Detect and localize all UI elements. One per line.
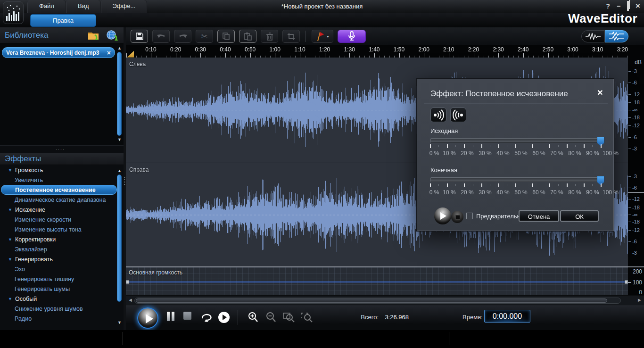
horizontal-scrollbar[interactable]: ◄ ► (126, 296, 644, 306)
zoom-in-button[interactable] (248, 312, 259, 325)
effects-item-entry[interactable]: Эквалайзер (0, 244, 124, 254)
library-file-item[interactable]: Vera Brezneva - Horoshij denj.mp3× (2, 47, 115, 58)
fade-end-slider[interactable] (430, 177, 601, 182)
effects-item-entry[interactable]: Снижение уровня шумов (0, 304, 124, 314)
chevron-down-icon[interactable]: ▼ (326, 35, 330, 38)
slider-tick (515, 144, 516, 148)
single-wave-view-button[interactable] (581, 30, 605, 42)
collapse-arrow-icon[interactable]: ▼ (8, 168, 12, 173)
collapse-arrow-icon[interactable]: ▼ (8, 207, 12, 212)
effects-item-entry[interactable]: Генерировать шумы (0, 284, 124, 294)
slider-tick (481, 183, 482, 187)
volume-envelope-line[interactable] (126, 282, 628, 282)
preview-stop-button[interactable] (451, 211, 463, 223)
scroll-up-icon[interactable]: ▲ (116, 45, 123, 51)
trim-button[interactable] (282, 30, 300, 43)
minimize-icon[interactable]: − (617, 2, 620, 10)
effects-item-entry[interactable]: Динамическое сжатие диапазона (0, 195, 124, 205)
stop-button[interactable] (183, 312, 191, 320)
zoom-project-button[interactable] (301, 312, 313, 325)
effects-item-entry[interactable]: Увеличить (0, 175, 124, 185)
effects-item-label: Особый (15, 296, 37, 302)
cut-button[interactable]: ✂ (196, 30, 213, 43)
restore-icon[interactable] (627, 2, 629, 10)
volume-handle-right[interactable] (625, 280, 628, 284)
db-scale-label: -18 (632, 219, 640, 224)
app-name-logo: WaveEditor (568, 11, 637, 26)
effects-item-category[interactable]: ▼Громкость (0, 165, 124, 175)
hscroll-thumb[interactable] (136, 298, 607, 303)
fade-in-icon-button[interactable] (430, 108, 446, 122)
effects-item-entry[interactable]: Изменение высоты тона (0, 224, 124, 234)
save-button[interactable] (131, 30, 148, 43)
master-volume-track[interactable]: Основная громкость (126, 266, 628, 295)
slider-tick (464, 144, 465, 148)
db-scale-label: -3 (632, 69, 637, 74)
library-scroll-thumb[interactable] (117, 52, 122, 136)
effects-item-category[interactable]: ▼Корректировки (0, 234, 124, 244)
paste-button[interactable] (239, 30, 256, 43)
preview-play-button[interactable] (434, 207, 451, 224)
collapse-arrow-icon[interactable]: ▼ (8, 257, 12, 262)
dialog-close-icon[interactable]: × (597, 88, 603, 97)
time-input[interactable] (484, 310, 530, 323)
status-divider (449, 332, 449, 345)
record-microphone-button[interactable] (338, 30, 366, 43)
loop-button[interactable] (199, 312, 213, 322)
volume-scale-100: 100 (633, 279, 642, 286)
slider-tick-label: 10 % (443, 189, 455, 196)
volume-handle-left[interactable] (126, 280, 129, 284)
copy-button[interactable] (217, 30, 235, 43)
delete-button[interactable] (261, 30, 278, 43)
close-icon[interactable]: × (636, 1, 640, 11)
effects-item-entry[interactable]: Изменение скорости (0, 215, 124, 224)
effects-item-entry[interactable]: Эхо (0, 264, 124, 274)
slider-tick (549, 144, 550, 148)
file-name: Vera Brezneva - Horoshij denj.mp3 (6, 50, 107, 56)
help-icon[interactable]: ? (606, 2, 610, 10)
effects-item-label: Генерировать тишину (15, 276, 74, 282)
cancel-button[interactable]: Отмена (519, 210, 559, 222)
fade-start-slider[interactable] (430, 138, 601, 143)
library-scrollbar[interactable]: ▲ ▼ (116, 45, 123, 142)
play-button[interactable] (137, 307, 158, 329)
effects-item-category[interactable]: ▼Особый (0, 294, 124, 304)
effects-item-entry[interactable]: Генерировать тишину (0, 274, 124, 284)
fade-start-slider-block: Исходная0 %10 %20 %30 %40 %50 %60 %70 %8… (430, 127, 601, 157)
scroll-down-icon[interactable]: ▼ (116, 137, 123, 142)
fade-out-icon-button[interactable] (450, 108, 466, 122)
zoom-selection-button[interactable] (283, 312, 295, 325)
panel-splitter[interactable]: ···· (0, 145, 124, 153)
marker-flag-button[interactable]: ▼ (312, 30, 333, 43)
timeline-label: 1:00 (270, 46, 281, 53)
fade-effect-dialog: Эффект: Постепенное исчезновение × Исход… (417, 79, 614, 231)
effects-item-label: Искажение (15, 207, 45, 213)
db-scale-label: -18 (632, 100, 640, 105)
effects-item-entry[interactable]: Постепенное исчезновение (1, 185, 117, 195)
collapse-arrow-icon[interactable]: ▼ (8, 297, 12, 301)
hscroll-track[interactable] (134, 298, 621, 304)
ok-button[interactable]: ОК (560, 210, 599, 222)
multi-wave-view-button[interactable] (605, 30, 628, 42)
collapse-arrow-icon[interactable]: ▼ (8, 237, 12, 242)
effects-item-entry[interactable]: Радио (0, 314, 124, 323)
import-web-icon[interactable] (106, 29, 120, 41)
remove-file-icon[interactable]: × (107, 50, 111, 56)
zoom-out-button[interactable] (265, 312, 277, 325)
redo-button[interactable] (174, 30, 191, 43)
total-label: Всего: (361, 314, 379, 321)
scissors-icon: ✂ (201, 32, 207, 41)
preview-checkbox[interactable] (466, 213, 473, 219)
timeline-ruler[interactable]: 0:100:200:300:400:501:001:101:201:301:40… (126, 45, 644, 58)
scroll-left-icon[interactable]: ◄ (128, 297, 133, 303)
import-file-icon[interactable] (87, 29, 101, 41)
scroll-right-icon[interactable]: ► (637, 297, 642, 303)
pause-button[interactable] (166, 312, 175, 321)
effects-item-category[interactable]: ▼Искажение (0, 205, 124, 215)
undo-button[interactable] (152, 30, 170, 43)
playhead-cursor[interactable] (128, 58, 128, 266)
play-selection-button[interactable] (218, 312, 230, 323)
effects-item-category[interactable]: ▼Генерировать (0, 254, 124, 264)
slider-tick (438, 145, 439, 147)
tab-edit[interactable]: Правка (30, 14, 96, 27)
